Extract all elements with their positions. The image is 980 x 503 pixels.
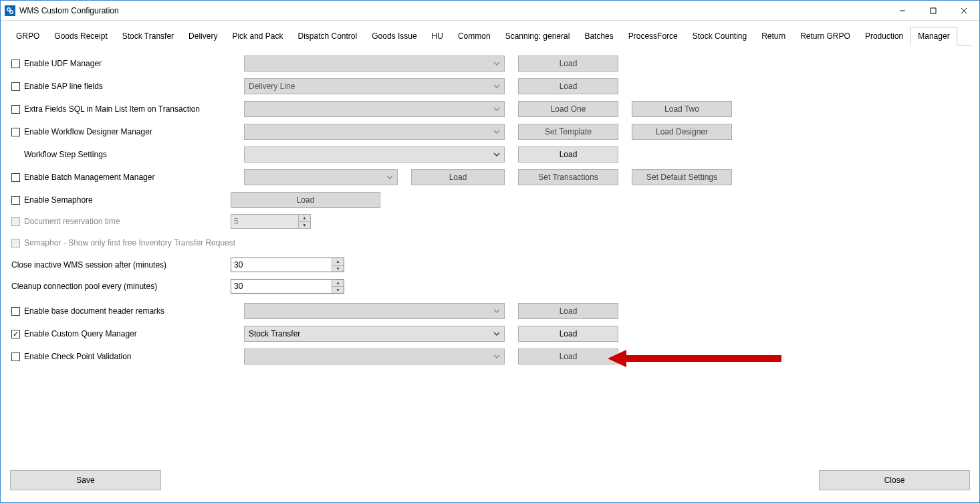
tab-return-grpo[interactable]: Return GRPO — [793, 27, 858, 45]
label-enable-sap-line-fields: Enable SAP line fields — [24, 82, 103, 91]
row-custom-query-manager: Enable Custom Query Manager Stock Transf… — [10, 322, 970, 345]
label-cleanup-connection-pool: Cleanup connection pool every (minutes) — [11, 282, 157, 291]
row-workflow-designer: Enable Workflow Designer Manager Set Tem… — [10, 120, 970, 143]
row-semaphor-first-free: Semaphor - Show only first free Inventor… — [10, 231, 970, 254]
spin-down-icon: ▼ — [299, 222, 310, 229]
tab-stock-counting[interactable]: Stock Counting — [685, 27, 754, 45]
load-button-custom-query[interactable]: Load — [518, 326, 618, 342]
tab-stock-transfer[interactable]: Stock Transfer — [115, 27, 181, 45]
spin-document-reservation-value: 5 — [234, 217, 239, 226]
svg-point-0 — [7, 7, 11, 11]
tab-bar: GRPOGoods ReceiptStock TransferDeliveryP… — [9, 26, 971, 45]
combo-base-doc-header-remarks[interactable] — [244, 303, 505, 319]
load-button-workflow-step[interactable]: Load — [518, 146, 618, 163]
spin-down-icon[interactable]: ▼ — [332, 266, 344, 272]
load-button-sap-line[interactable]: Load — [518, 78, 618, 94]
tab-grpo[interactable]: GRPO — [9, 27, 47, 45]
maximize-button[interactable] — [918, 1, 949, 21]
row-workflow-step-settings: Workflow Step Settings Load — [10, 143, 970, 166]
checkbox-enable-sap-line-fields[interactable] — [11, 82, 20, 91]
label-enable-semaphore: Enable Semaphore — [24, 195, 93, 205]
load-one-button[interactable]: Load One — [518, 101, 618, 117]
tab-hu[interactable]: HU — [424, 27, 451, 45]
spin-up-icon: ▲ — [299, 215, 310, 222]
minimize-button[interactable] — [887, 1, 918, 21]
checkbox-extra-fields-sql[interactable] — [11, 105, 20, 114]
combo-workflow-step-settings[interactable] — [244, 146, 505, 163]
checkbox-enable-semaphore[interactable] — [11, 196, 20, 205]
load-button-udf[interactable]: Load — [518, 56, 618, 72]
checkbox-batch-management[interactable] — [11, 173, 20, 182]
tab-common[interactable]: Common — [451, 27, 498, 45]
close-window-button[interactable] — [949, 1, 979, 21]
row-enable-udf-manager: Enable UDF Manager Load — [10, 52, 970, 75]
row-enable-semaphore: Enable Semaphore Load — [10, 189, 970, 211]
load-designer-button[interactable]: Load Designer — [632, 124, 732, 140]
label-enable-udf-manager: Enable UDF Manager — [24, 59, 102, 68]
close-button[interactable]: Close — [819, 470, 970, 490]
footer: Save Close — [9, 468, 971, 497]
spin-close-inactive-session[interactable]: 30 ▲▼ — [231, 258, 344, 272]
checkbox-semaphor-first-free — [11, 239, 20, 247]
checkbox-custom-query-manager[interactable] — [11, 330, 20, 338]
combo-sap-line-fields[interactable]: Delivery Line — [244, 78, 505, 94]
row-base-doc-header-remarks: Enable base document header remarks Load — [10, 300, 970, 322]
checkbox-enable-udf-manager[interactable] — [11, 60, 20, 68]
spin-down-icon[interactable]: ▼ — [332, 287, 344, 294]
window-title: WMS Custom Configuration — [19, 6, 119, 15]
row-document-reservation: Document reservation time 5 ▲▼ — [10, 211, 970, 231]
row-batch-management: Enable Batch Management Manager Load Set… — [10, 166, 970, 189]
row-extra-fields-sql: Extra Fields SQL in Main List Item on Tr… — [10, 98, 970, 120]
combo-check-point-validation[interactable] — [244, 348, 505, 365]
checkbox-workflow-designer[interactable] — [11, 128, 20, 136]
label-batch-management: Enable Batch Management Manager — [24, 173, 154, 182]
spin-document-reservation: 5 ▲▼ — [231, 214, 311, 229]
load-button-base-doc-remarks[interactable]: Load — [518, 303, 618, 319]
set-transactions-button[interactable]: Set Transactions — [518, 169, 618, 185]
spin-up-icon[interactable]: ▲ — [332, 258, 344, 266]
row-close-inactive-session: Close inactive WMS session after (minute… — [10, 254, 970, 276]
save-button[interactable]: Save — [10, 470, 161, 490]
tab-manager[interactable]: Manager — [910, 27, 957, 45]
spin-close-inactive-value: 30 — [234, 260, 243, 270]
combo-udf-manager[interactable] — [244, 56, 505, 72]
app-icon — [5, 5, 15, 16]
title-bar: WMS Custom Configuration — [1, 1, 979, 21]
tab-dispatch-control[interactable]: Dispatch Control — [291, 27, 365, 45]
label-workflow-designer: Enable Workflow Designer Manager — [24, 127, 152, 136]
row-enable-sap-line-fields: Enable SAP line fields Delivery Line Loa… — [10, 75, 970, 98]
row-cleanup-connection-pool: Cleanup connection pool every (minutes) … — [10, 276, 970, 297]
combo-extra-fields-sql[interactable] — [244, 101, 505, 117]
tab-pick-and-pack[interactable]: Pick and Pack — [225, 27, 290, 45]
tab-production[interactable]: Production — [858, 27, 910, 45]
tab-goods-receipt[interactable]: Goods Receipt — [47, 27, 114, 45]
combo-batch-management[interactable] — [244, 169, 398, 185]
load-button-semaphore[interactable]: Load — [231, 192, 380, 208]
load-button-check-point[interactable]: Load — [518, 348, 618, 365]
combo-custom-query-value: Stock Transfer — [249, 329, 300, 338]
label-check-point-validation: Enable Check Point Validation — [24, 352, 132, 361]
tab-scanning-general[interactable]: Scanning: general — [498, 27, 578, 45]
row-check-point-validation: Enable Check Point Validation Load — [10, 345, 970, 368]
spin-up-icon[interactable]: ▲ — [332, 280, 344, 287]
load-two-button[interactable]: Load Two — [632, 101, 732, 117]
set-default-settings-button[interactable]: Set Default Settings — [632, 169, 732, 185]
spin-cleanup-value: 30 — [234, 282, 243, 291]
checkbox-check-point-validation[interactable] — [11, 353, 20, 361]
load-button-batch[interactable]: Load — [411, 169, 505, 185]
spin-cleanup-connection-pool[interactable]: 30 ▲▼ — [231, 279, 344, 294]
tab-delivery[interactable]: Delivery — [181, 27, 225, 45]
set-template-button[interactable]: Set Template — [518, 124, 618, 140]
combo-workflow-designer[interactable] — [244, 124, 505, 140]
combo-custom-query-manager[interactable]: Stock Transfer — [244, 326, 505, 342]
svg-rect-3 — [931, 8, 936, 13]
tab-return[interactable]: Return — [754, 27, 793, 45]
tab-batches[interactable]: Batches — [577, 27, 620, 45]
svg-point-1 — [10, 10, 13, 13]
tab-processforce[interactable]: ProcessForce — [621, 27, 685, 45]
checkbox-base-doc-header-remarks[interactable] — [11, 307, 20, 316]
combo-sap-line-fields-value: Delivery Line — [249, 82, 295, 91]
checkbox-document-reservation — [11, 217, 20, 226]
label-workflow-step-settings: Workflow Step Settings — [24, 150, 107, 159]
tab-goods-issue[interactable]: Goods Issue — [364, 27, 424, 45]
